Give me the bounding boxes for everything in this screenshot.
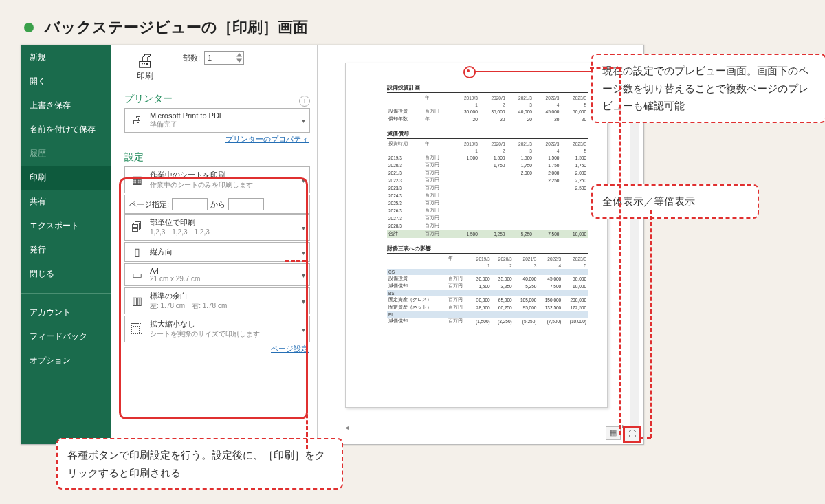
sidebar-item[interactable]: 閉じる bbox=[21, 262, 111, 286]
callout-zoom: 全体表示／等倍表示 bbox=[591, 184, 759, 219]
printer-name: Microsoft Print to PDF bbox=[150, 111, 224, 120]
page-range-sep: から bbox=[210, 199, 226, 210]
scaling-dropdown[interactable]: ⿹ 拡大縮小なし シートを実際のサイズで印刷します ▾ bbox=[124, 316, 310, 342]
print-what-dropdown[interactable]: ▦ 作業中のシートを印刷 作業中のシートのみを印刷します ▾ bbox=[124, 166, 310, 193]
prev-page-arrow[interactable]: ◂ bbox=[345, 424, 349, 431]
sidebar-footer-item[interactable]: フィードバック bbox=[21, 325, 111, 349]
info-icon[interactable]: i bbox=[299, 96, 310, 107]
printer-icon: 🖨 bbox=[124, 51, 166, 70]
callout-preview: 現在の設定でのプレビュー画面。画面下のページ数を切り替えることで複数ページのプレ… bbox=[591, 54, 825, 123]
page-title: バックステージビューの［印刷］画面 bbox=[24, 17, 308, 38]
sidebar-item[interactable]: 発行 bbox=[21, 238, 111, 262]
chevron-down-icon: ▾ bbox=[302, 176, 305, 184]
scaling-icon: ⿹ bbox=[129, 323, 144, 336]
sidebar-item[interactable]: 共有 bbox=[21, 190, 111, 214]
page-icon: ▭ bbox=[129, 268, 144, 281]
sidebar-item[interactable]: エクスポート bbox=[21, 214, 111, 238]
collate-title: 部単位で印刷 bbox=[150, 217, 210, 228]
page-nav-row: ◂ ▸ bbox=[345, 422, 626, 430]
sidebar-item[interactable]: 印刷 bbox=[21, 166, 111, 190]
margins-dropdown[interactable]: ▥ 標準の余白 左: 1.78 cm 右: 1.78 cm ▾ bbox=[124, 287, 310, 314]
preview-content: 設備投資計画年2019/32020/32021/32022/32023/3123… bbox=[387, 84, 588, 386]
paper-size-dropdown[interactable]: ▭ A4 21 cm x 29.7 cm ▾ bbox=[124, 263, 310, 286]
dashed-connector bbox=[639, 437, 651, 439]
chevron-down-icon: ▾ bbox=[302, 223, 305, 231]
copies-label: 部数: bbox=[183, 53, 200, 63]
sidebar-item[interactable]: 履歴 bbox=[21, 142, 111, 166]
printer-heading: プリンター bbox=[124, 93, 310, 105]
paper-title: A4 bbox=[150, 267, 200, 275]
callout-preview-text: 現在の設定でのプレビュー画面。画面下のページ数を切り替えることで複数ページのプレ… bbox=[602, 65, 808, 111]
sidebar-footer-item[interactable]: オプション bbox=[21, 349, 111, 373]
sidebar-item[interactable]: 名前を付けて保存 bbox=[21, 118, 111, 142]
margins-sub: 左: 1.78 cm 右: 1.78 cm bbox=[150, 301, 227, 311]
printer-ready-icon: 🖨 bbox=[129, 114, 144, 127]
dashed-connector bbox=[650, 210, 652, 438]
excel-backstage-window: 新規開く上書き保存名前を付けて保存履歴印刷共有エクスポート発行閉じる アカウント… bbox=[21, 45, 644, 445]
sheet-icon: ▦ bbox=[129, 173, 144, 186]
sidebar-item[interactable]: 開く bbox=[21, 69, 111, 94]
print-button-label: 印刷 bbox=[124, 70, 166, 82]
copies-stepper[interactable]: 1 bbox=[204, 51, 244, 65]
margins-title: 標準の余白 bbox=[150, 291, 227, 301]
chevron-down-icon: ▾ bbox=[302, 248, 305, 256]
sidebar-item[interactable]: 新規 bbox=[21, 45, 111, 69]
bullet-icon bbox=[24, 23, 34, 32]
dashed-connector bbox=[619, 67, 621, 435]
page-title-text: バックステージビューの［印刷］画面 bbox=[45, 19, 308, 36]
page-range-row: ページ指定: から bbox=[124, 195, 310, 214]
collate-dropdown[interactable]: 🗐 部単位で印刷 1,2,3 1,2,3 1,2,3 ▾ bbox=[124, 214, 310, 241]
sidebar-separator bbox=[21, 293, 111, 294]
preview-page: 設備投資計画年2019/32020/32021/32022/32023/3123… bbox=[345, 63, 608, 408]
chevron-down-icon: ▾ bbox=[302, 271, 305, 278]
page-from-stepper[interactable] bbox=[172, 198, 208, 210]
callout-leader bbox=[474, 71, 591, 72]
print-what-title: 作業中のシートを印刷 bbox=[150, 170, 253, 180]
dashed-connector bbox=[306, 260, 308, 449]
page-range-label: ページ指定: bbox=[129, 199, 169, 210]
sidebar-item[interactable]: 上書き保存 bbox=[21, 94, 111, 118]
chevron-down-icon: ▾ bbox=[302, 297, 305, 305]
paper-sub: 21 cm x 29.7 cm bbox=[150, 275, 200, 283]
print-panel: 🖨 印刷 部数: 1 プリンター i 🖨 Microsoft Print to … bbox=[111, 45, 317, 444]
print-what-sub: 作業中のシートのみを印刷します bbox=[150, 180, 253, 190]
zoom-to-page-icon[interactable]: ⛶ bbox=[623, 426, 641, 443]
scaling-sub: シートを実際のサイズで印刷します bbox=[150, 329, 260, 339]
page-setup-link[interactable]: ページ設定 bbox=[124, 344, 309, 354]
sidebar-footer-item[interactable]: アカウント bbox=[21, 300, 111, 325]
callout-settings: 各種ボタンで印刷設定を行う。設定後に、［印刷］をクリックすると印刷される bbox=[56, 438, 343, 490]
portrait-icon: ▯ bbox=[129, 245, 144, 259]
collate-icon: 🗐 bbox=[129, 221, 144, 234]
orientation-title: 縦方向 bbox=[150, 247, 173, 257]
dashed-connector bbox=[590, 67, 620, 69]
callout-settings-text: 各種ボタンで印刷設定を行う。設定後に、［印刷］をクリックすると印刷される bbox=[67, 449, 325, 479]
chevron-down-icon: ▾ bbox=[302, 117, 305, 124]
callout-zoom-text: 全体表示／等倍表示 bbox=[602, 195, 695, 207]
printer-properties-link[interactable]: プリンターのプロパティ bbox=[124, 134, 309, 144]
printer-dropdown[interactable]: 🖨 Microsoft Print to PDF 準備完了 ▾ bbox=[124, 108, 310, 133]
print-button[interactable]: 🖨 印刷 bbox=[124, 51, 166, 82]
page-to-stepper[interactable] bbox=[228, 198, 264, 210]
settings-heading: 設定 bbox=[124, 151, 310, 164]
orientation-dropdown[interactable]: ▯ 縦方向 ▾ bbox=[124, 242, 310, 262]
backstage-sidebar: 新規開く上書き保存名前を付けて保存履歴印刷共有エクスポート発行閉じる アカウント… bbox=[21, 45, 111, 444]
collate-sub: 1,2,3 1,2,3 1,2,3 bbox=[150, 228, 210, 237]
dashed-connector bbox=[285, 260, 306, 262]
chevron-down-icon: ▾ bbox=[302, 325, 305, 333]
margins-icon: ▥ bbox=[129, 294, 144, 307]
printer-status: 準備完了 bbox=[150, 120, 224, 129]
scaling-title: 拡大縮小なし bbox=[150, 319, 260, 329]
callout-marker bbox=[463, 66, 476, 78]
